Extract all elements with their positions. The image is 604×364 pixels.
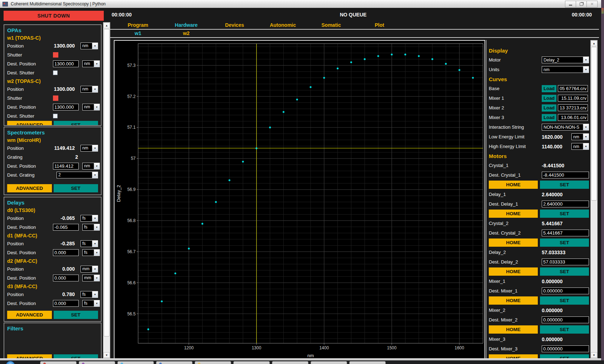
taskbar-app-button[interactable]	[156, 361, 193, 364]
dest-delay-2-input[interactable]	[542, 259, 589, 265]
curve-file-field[interactable]	[558, 104, 588, 111]
unit-select[interactable]: nm▼	[571, 133, 589, 140]
start-button[interactable]	[6, 361, 15, 364]
unit-select[interactable]: fs▼	[82, 300, 100, 307]
scroll-down-icon[interactable]: ▼	[103, 352, 110, 358]
chevron-down-icon[interactable]: ▼	[94, 300, 99, 306]
shutter-indicator[interactable]	[53, 52, 58, 58]
unit-select[interactable]: nm▼	[82, 163, 100, 169]
unit-select[interactable]: nm▼	[81, 43, 98, 49]
dest-mixer-2-input[interactable]	[542, 316, 589, 323]
home-button[interactable]: HOME	[489, 325, 538, 334]
set-button[interactable]: SET	[540, 238, 589, 247]
taskbar-app-button[interactable]	[272, 361, 308, 364]
set-button[interactable]: SET	[54, 121, 98, 126]
chevron-down-icon[interactable]: ▼	[94, 61, 99, 67]
taskbar-app-button[interactable]	[40, 361, 77, 364]
tuning-curve-plot[interactable]: 1200130014001500160056.556.656.756.856.9…	[114, 40, 485, 358]
tab-autonomic[interactable]: Autonomic	[259, 22, 307, 29]
unit-select[interactable]: fs▼	[81, 291, 98, 298]
scroll-down-icon[interactable]: ▼	[591, 352, 597, 358]
dest-position-input[interactable]	[53, 275, 79, 281]
checkbox[interactable]	[53, 114, 58, 118]
unit-select[interactable]: fs▼	[82, 249, 100, 256]
chevron-down-icon[interactable]: ▼	[92, 215, 98, 221]
dropdown-select[interactable]: nm▼	[542, 66, 589, 73]
load-button[interactable]: Load	[542, 114, 556, 121]
home-button[interactable]: HOME	[489, 267, 538, 276]
chevron-down-icon[interactable]: ▼	[92, 291, 98, 297]
taskbar-app-button[interactable]	[349, 361, 386, 364]
unit-select[interactable]: nm▼	[82, 104, 100, 110]
set-button[interactable]: SET	[540, 210, 589, 218]
dest-position-input[interactable]	[53, 300, 79, 307]
dest-mixer-3-input[interactable]	[542, 345, 589, 352]
advanced-button[interactable]: ADVANCED	[7, 354, 52, 358]
taskbar-app-button[interactable]	[117, 361, 154, 364]
dest-delay-1-input[interactable]	[542, 201, 589, 207]
unit-select[interactable]: nm▼	[81, 86, 98, 93]
advanced-button[interactable]: ADVANCED	[7, 311, 52, 319]
dest-position-input[interactable]	[53, 163, 79, 169]
tab-hardware[interactable]: Hardware	[162, 22, 210, 29]
set-button[interactable]: SET	[540, 181, 589, 189]
tab-devices[interactable]: Devices	[210, 22, 259, 29]
chevron-down-icon[interactable]: ▼	[94, 224, 99, 230]
chevron-down-icon[interactable]: ▼	[94, 104, 99, 110]
unit-select[interactable]: fs▼	[82, 224, 100, 231]
sidebar-scrollbar-thumb[interactable]	[104, 29, 109, 336]
dest-mixer-1-input[interactable]	[542, 287, 589, 294]
set-button[interactable]: SET	[54, 354, 98, 358]
subtab-w1[interactable]: w1	[114, 30, 162, 37]
dest-position-input[interactable]	[53, 104, 79, 110]
dropdown-select[interactable]: Delay_2▼	[542, 56, 589, 63]
chevron-down-icon[interactable]: ▼	[92, 43, 98, 49]
set-button[interactable]: SET	[54, 184, 98, 192]
chevron-down-icon[interactable]: ▼	[92, 86, 98, 92]
unit-select[interactable]: nm▼	[81, 145, 98, 152]
home-button[interactable]: HOME	[489, 354, 538, 358]
chevron-down-icon[interactable]: ▼	[92, 266, 98, 272]
unit-select[interactable]: mm▼	[82, 275, 100, 281]
dest-crystal-1-input[interactable]	[542, 172, 589, 178]
chevron-down-icon[interactable]: ▼	[92, 145, 98, 151]
dropdown-select[interactable]: NON-NON-NON-S▼	[542, 124, 589, 131]
tab-program[interactable]: Program	[114, 22, 162, 29]
sidebar-scrollbar[interactable]: ▲ ▼	[103, 22, 110, 358]
home-button[interactable]: HOME	[489, 181, 538, 189]
unit-select[interactable]: nm▼	[571, 143, 589, 150]
chevron-down-icon[interactable]: ▼	[94, 250, 99, 256]
right-panel-scrollbar-thumb[interactable]	[591, 47, 597, 201]
taskbar-app-button[interactable]	[79, 361, 115, 364]
tab-somatic[interactable]: Somatic	[307, 22, 355, 29]
shutter-indicator[interactable]	[53, 95, 58, 101]
taskbar-app-button[interactable]	[195, 361, 231, 364]
minimize-button[interactable]	[565, 1, 576, 8]
close-button[interactable]: ✕	[586, 1, 598, 8]
load-button[interactable]: Load	[542, 95, 556, 102]
chevron-down-icon[interactable]: ▼	[583, 134, 589, 140]
dest-crystal-2-input[interactable]	[542, 230, 589, 236]
chevron-down-icon[interactable]: ▼	[94, 163, 99, 169]
plot-canvas[interactable]: 1200130014001500160056.556.656.756.856.9…	[115, 41, 484, 358]
chevron-down-icon[interactable]: ▼	[94, 275, 99, 281]
scroll-up-icon[interactable]: ▲	[591, 40, 597, 46]
curve-file-field[interactable]	[558, 85, 588, 92]
home-button[interactable]: HOME	[489, 296, 538, 305]
advanced-button[interactable]: ADVANCED	[7, 121, 52, 126]
set-button[interactable]: SET	[540, 296, 589, 305]
load-button[interactable]: Load	[542, 104, 556, 112]
subtab-w2[interactable]: w2	[162, 30, 210, 37]
checkbox[interactable]	[53, 70, 58, 75]
unit-select[interactable]: mm▼	[81, 266, 98, 272]
taskbar-app-button[interactable]	[311, 361, 347, 364]
shutdown-button[interactable]: SHUT DOWN	[4, 11, 104, 21]
set-button[interactable]: SET	[540, 325, 589, 334]
chevron-down-icon[interactable]: ▼	[583, 143, 589, 149]
home-button[interactable]: HOME	[489, 238, 538, 247]
unit-select[interactable]: nm▼	[82, 60, 100, 67]
curve-file-field[interactable]	[558, 95, 588, 102]
dest-position-input[interactable]	[53, 60, 79, 67]
dest-position-input[interactable]	[53, 224, 79, 231]
set-button[interactable]: SET	[540, 267, 589, 276]
